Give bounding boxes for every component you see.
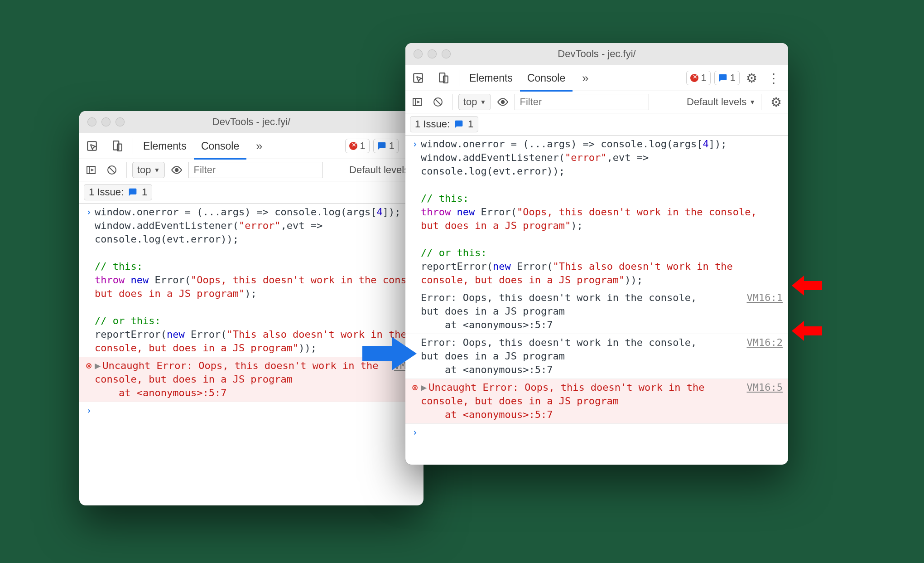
message-count-badge[interactable]: 1 (373, 139, 399, 153)
more-tabs-icon[interactable]: » (246, 139, 272, 153)
devtools-window-right: DevTools - jec.fyi/ Elements Console » ✕… (405, 43, 788, 465)
settings-icon[interactable]: ⚙ (743, 71, 760, 86)
live-expr-icon[interactable] (494, 96, 512, 108)
error-count-badge[interactable]: ✕1 (686, 71, 711, 85)
prompt-icon: › (83, 404, 95, 417)
svg-rect-7 (439, 73, 445, 82)
tab-elements[interactable]: Elements (136, 133, 194, 159)
console-code: window.onerror = (...args) => console.lo… (95, 205, 424, 355)
log-message: Error: Oops, this doesn't work in the co… (421, 291, 747, 332)
tab-elements[interactable]: Elements (462, 65, 520, 91)
error-message: ▶Uncaught Error: Oops, this doesn't work… (95, 359, 394, 400)
filter-input[interactable] (515, 94, 649, 110)
error-message: ▶Uncaught Error: Oops, this doesn't work… (421, 381, 747, 422)
source-link[interactable]: VM16:1 (747, 291, 785, 332)
maximize-dot[interactable] (116, 117, 125, 126)
device-icon[interactable] (431, 72, 456, 84)
issues-bar: 1 Issue:1 (79, 181, 424, 204)
annotation-arrow-right (360, 333, 419, 374)
console-row-input: › window.onerror = (...args) => console.… (405, 136, 788, 289)
inspect-icon[interactable] (405, 72, 431, 84)
device-icon[interactable] (105, 140, 130, 152)
console-output: › window.onerror = (...args) => console.… (405, 136, 788, 441)
filter-input[interactable] (188, 162, 323, 178)
close-dot[interactable] (87, 117, 96, 126)
close-dot[interactable] (414, 49, 423, 58)
issues-bar: 1 Issue:1 (405, 113, 788, 136)
console-row-prompt[interactable]: › (405, 424, 788, 441)
live-expr-icon[interactable] (168, 164, 186, 176)
console-toolbar: top▼ Default levels▼ ⚙ (405, 91, 788, 113)
window-title: DevTools - jec.fyi/ (79, 116, 424, 128)
expand-icon[interactable]: ▶ (95, 360, 101, 371)
console-row-log: Error: Oops, this doesn't work in the co… (405, 334, 788, 379)
minimize-dot[interactable] (101, 117, 111, 126)
tab-console[interactable]: Console (520, 64, 573, 92)
error-count-badge[interactable]: ✕1 (345, 139, 370, 153)
sidebar-toggle-icon[interactable] (82, 165, 100, 175)
svg-rect-3 (87, 166, 95, 174)
levels-selector[interactable]: Default levels▼ (687, 96, 756, 108)
console-row-prompt[interactable]: › (79, 402, 424, 419)
svg-rect-1 (113, 141, 119, 150)
error-icon: ⊗ (83, 359, 95, 400)
titlebar: DevTools - jec.fyi/ (79, 111, 424, 133)
issues-button[interactable]: 1 Issue:1 (410, 116, 478, 132)
context-selector[interactable]: top▼ (458, 94, 491, 110)
window-controls (79, 117, 125, 126)
log-message: Error: Oops, this doesn't work in the co… (421, 336, 747, 377)
source-link[interactable]: VM16:2 (747, 336, 785, 377)
context-selector[interactable]: top▼ (132, 162, 165, 178)
window-controls (405, 49, 451, 58)
tab-console[interactable]: Console (194, 132, 246, 160)
devtools-window-left: DevTools - jec.fyi/ Elements Console » ✕… (79, 111, 424, 505)
inspect-icon[interactable] (79, 140, 105, 152)
issues-button[interactable]: 1 Issue:1 (84, 184, 152, 200)
console-code: window.onerror = (...args) => console.lo… (421, 137, 785, 287)
svg-point-11 (501, 101, 505, 104)
prompt-icon: › (409, 426, 421, 439)
prompt-icon: › (409, 137, 421, 287)
prompt-icon: › (83, 205, 95, 355)
settings-icon[interactable]: ⚙ (767, 95, 785, 110)
svg-rect-9 (413, 98, 421, 106)
expand-icon[interactable]: ▶ (421, 382, 427, 393)
maximize-dot[interactable] (442, 49, 451, 58)
kebab-icon[interactable]: ⋮ (764, 71, 784, 86)
annotation-arrow-left (790, 274, 822, 297)
console-output: › window.onerror = (...args) => console.… (79, 204, 424, 419)
more-tabs-icon[interactable]: » (573, 71, 598, 85)
svg-point-5 (175, 169, 178, 172)
message-count-badge[interactable]: 1 (714, 71, 740, 85)
tab-strip: Elements Console » ✕1 1 ⚙ ⋮ (405, 65, 788, 91)
tab-strip: Elements Console » ✕1 1 ⚙ (79, 133, 424, 159)
annotation-arrow-left (790, 320, 822, 342)
source-link[interactable]: VM16:5 (747, 381, 785, 422)
clear-icon[interactable] (103, 165, 121, 175)
console-row-log: Error: Oops, this doesn't work in the co… (405, 289, 788, 334)
error-icon: ⊗ (409, 381, 421, 422)
console-toolbar: top▼ Default levels▼ (79, 159, 424, 181)
clear-icon[interactable] (429, 97, 447, 107)
titlebar: DevTools - jec.fyi/ (405, 43, 788, 65)
console-row-error: ⊗ ▶Uncaught Error: Oops, this doesn't wo… (405, 379, 788, 424)
minimize-dot[interactable] (428, 49, 437, 58)
sidebar-toggle-icon[interactable] (408, 97, 426, 107)
window-title: DevTools - jec.fyi/ (405, 48, 788, 60)
